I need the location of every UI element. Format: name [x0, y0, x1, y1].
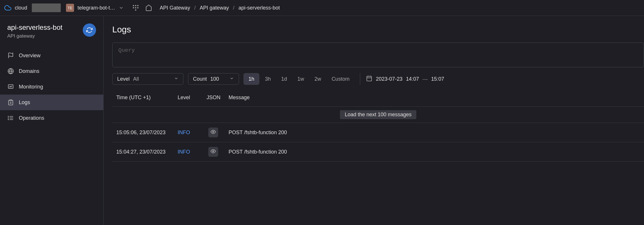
log-time: 15:04:27, 23/07/2023	[116, 149, 178, 155]
svg-rect-11	[10, 100, 12, 101]
range-1w[interactable]: 1w	[293, 73, 309, 85]
svg-point-25	[213, 150, 214, 152]
flag-icon	[7, 52, 14, 59]
project-name[interactable]: telegram-bot-t…	[78, 5, 115, 11]
eye-icon	[211, 149, 216, 155]
svg-point-6	[135, 9, 136, 10]
cloud-label: cloud	[15, 5, 27, 11]
time-to: 15:07	[431, 76, 444, 82]
project-chevron-icon[interactable]	[119, 5, 124, 10]
time-from: 14:07	[406, 76, 419, 82]
sidebar-item-label: Domains	[19, 68, 39, 74]
json-view-button[interactable]	[208, 147, 218, 157]
list-icon	[7, 115, 14, 121]
col-message: Message	[229, 95, 640, 101]
sidebar-item-label: Logs	[19, 99, 30, 106]
log-message: POST /fshtb-function 200	[229, 149, 640, 155]
dash: —	[422, 76, 428, 82]
breadcrumb: API Gateway / API gateway / api-serverle…	[160, 5, 280, 11]
top-bar: cloud TE telegram-bot-t… API Gateway / A…	[0, 0, 644, 16]
range-1h[interactable]: 1h	[244, 73, 259, 85]
monitor-icon	[7, 83, 14, 90]
chevron-down-icon	[174, 76, 179, 82]
breadcrumb-sep: /	[194, 5, 196, 11]
home-icon[interactable]	[145, 4, 152, 11]
range-1d[interactable]: 1d	[277, 73, 292, 85]
svg-point-19	[8, 119, 9, 120]
range-3h[interactable]: 3h	[260, 73, 275, 85]
sidebar-item-overview[interactable]: Overview	[0, 48, 103, 63]
eye-icon	[211, 129, 216, 136]
sidebar-item-label: Operations	[19, 115, 44, 121]
load-more-row: Load the next 100 messages	[112, 107, 644, 123]
log-row[interactable]: 15:04:27, 23/07/2023 INFO POST /fshtb-fu…	[112, 142, 644, 162]
cloud-icon	[4, 4, 11, 11]
svg-point-4	[135, 7, 136, 8]
sidebar-item-operations[interactable]: Operations	[0, 110, 103, 126]
breadcrumb-item-1[interactable]: API gateway	[200, 5, 229, 11]
svg-point-0	[133, 5, 134, 6]
level-label: Level	[117, 76, 130, 82]
sidebar-subtitle: API gateway	[7, 33, 62, 39]
col-time: Time (UTC +1)	[116, 95, 178, 101]
count-label: Count	[193, 76, 207, 82]
query-input[interactable]: Query	[112, 43, 644, 67]
breadcrumb-sep: /	[233, 5, 234, 11]
project-badge: TE	[66, 4, 74, 12]
svg-point-2	[137, 5, 138, 6]
time-range-group: 1h 3h 1d 1w 2w Custom	[244, 73, 354, 85]
sidebar: api-serverless-bot API gateway Overview …	[0, 16, 104, 225]
globe-icon	[7, 68, 14, 75]
log-json-cell	[207, 147, 229, 157]
date-range-picker[interactable]: 2023-07-23 14:07 — 15:07	[366, 75, 444, 83]
sidebar-item-domains[interactable]: Domains	[0, 63, 103, 79]
col-json: JSON	[207, 95, 229, 101]
range-custom[interactable]: Custom	[327, 73, 354, 85]
load-more-button[interactable]: Load the next 100 messages	[340, 110, 416, 119]
log-message: POST /fshtb-function 200	[229, 130, 640, 136]
clipboard-icon	[7, 99, 14, 106]
breadcrumb-item-2[interactable]: api-serverless-bot	[238, 5, 280, 11]
svg-point-17	[8, 116, 9, 117]
breadcrumb-item-0[interactable]: API Gateway	[160, 5, 190, 11]
log-level: INFO	[178, 130, 207, 136]
refresh-button[interactable]	[83, 23, 96, 37]
col-level: Level	[178, 95, 207, 101]
level-select[interactable]: Level All	[112, 73, 183, 85]
sidebar-item-monitoring[interactable]: Monitoring	[0, 79, 103, 95]
count-select[interactable]: Count 100	[188, 73, 239, 85]
date-value: 2023-07-23	[376, 76, 402, 82]
svg-point-5	[137, 7, 138, 8]
svg-point-3	[133, 7, 134, 8]
count-value: 100	[210, 76, 219, 82]
svg-point-24	[213, 131, 214, 132]
filter-row: Level All Count 100 1h 3h 1d 1w 2w Custo…	[112, 73, 644, 85]
log-time: 15:05:06, 23/07/2023	[116, 130, 178, 136]
redacted-block	[32, 3, 61, 12]
range-2w[interactable]: 2w	[310, 73, 326, 85]
log-level: INFO	[178, 149, 207, 155]
calendar-icon	[366, 75, 372, 83]
json-view-button[interactable]	[208, 128, 218, 137]
sidebar-item-logs[interactable]: Logs	[0, 95, 103, 110]
svg-point-18	[8, 118, 9, 118]
content: Logs Query Level All Count 100 1h 3h 1d …	[104, 16, 644, 225]
level-value: All	[133, 76, 139, 82]
chevron-down-icon	[229, 76, 234, 82]
divider	[360, 73, 360, 85]
sidebar-item-label: Monitoring	[19, 84, 43, 90]
sidebar-item-label: Overview	[19, 53, 41, 59]
sidebar-title: api-serverless-bot	[7, 23, 62, 32]
table-header: Time (UTC +1) Level JSON Message	[112, 89, 644, 107]
svg-rect-20	[367, 76, 372, 81]
log-row[interactable]: 15:05:06, 23/07/2023 INFO POST /fshtb-fu…	[112, 123, 644, 142]
page-title: Logs	[112, 25, 644, 34]
svg-point-1	[135, 5, 136, 6]
log-json-cell	[207, 128, 229, 137]
services-icon[interactable]	[132, 4, 139, 12]
